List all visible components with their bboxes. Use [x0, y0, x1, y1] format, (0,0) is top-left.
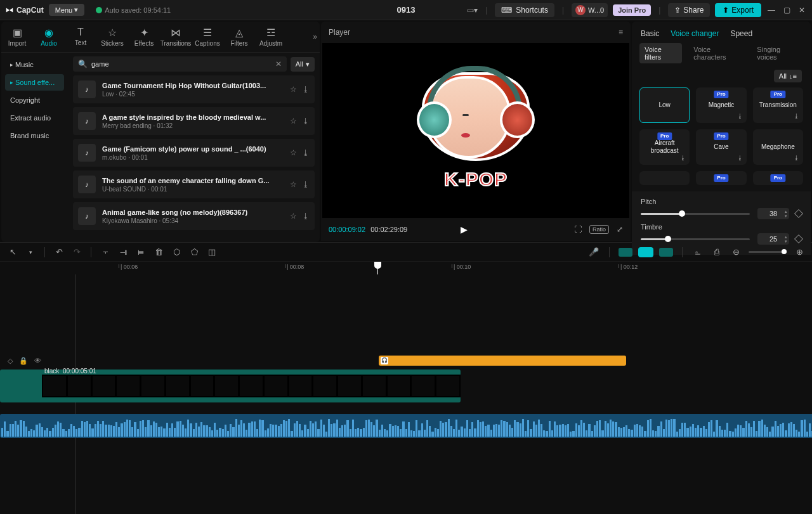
tab-transitions[interactable]: ⋈Transitions	[160, 24, 192, 49]
pitch-slider[interactable]	[641, 213, 750, 215]
tab-filters[interactable]: ◬Filters	[223, 24, 255, 49]
timeline-ruler[interactable]: | 00:06 | 00:08 | 00:10 | 00:12	[0, 262, 812, 274]
sidebar-item-music[interactable]: ▸Music	[5, 56, 64, 73]
audio-result-item[interactable]: ♪ The sound of an enemy character fallin…	[73, 170, 315, 198]
download-icon[interactable]: ⭳	[737, 155, 743, 162]
audio-result-item[interactable]: ♪ Game Tournament Hip Hop Without Guitar…	[73, 75, 315, 103]
zoom-in-icon[interactable]: ⊕	[793, 247, 806, 257]
favorite-icon[interactable]: ☆	[290, 85, 297, 94]
tab-basic[interactable]: Basic	[641, 29, 659, 38]
track-magnet-2[interactable]	[639, 248, 653, 257]
crop-icon[interactable]: ⛶	[574, 225, 582, 234]
track-magnet-3[interactable]	[659, 248, 673, 257]
download-icon[interactable]: ⭳	[302, 117, 310, 125]
download-icon[interactable]: ⭳	[737, 113, 743, 120]
split-left-tool[interactable]: ⫣	[117, 247, 129, 257]
menu-button[interactable]: Menu▾	[49, 4, 85, 16]
split-right-tool[interactable]: ⫢	[134, 247, 147, 257]
export-button[interactable]: ⬆Export	[715, 3, 761, 17]
tab-adjustments[interactable]: ☲Adjustm	[255, 24, 287, 49]
project-title[interactable]: 0913	[397, 5, 416, 15]
user-chip[interactable]: W W...0	[572, 3, 608, 17]
audio-result-item[interactable]: ♪ A game style inspired by the bloody me…	[73, 107, 315, 135]
search-input[interactable]	[91, 60, 272, 68]
sidebar-item-brand-music[interactable]: Brand music	[5, 127, 64, 144]
subtab-voice-filters[interactable]: Voice filters	[639, 43, 682, 63]
voice-filter-card[interactable]: Pro Aircraft broadcast ⭳	[639, 129, 690, 165]
voice-filter-card[interactable]: Pro Transmission ⭳	[753, 87, 803, 123]
voice-all-filter[interactable]: All↓≡	[774, 70, 802, 82]
eye-icon[interactable]: 👁	[34, 357, 41, 364]
favorite-icon[interactable]: ☆	[290, 180, 297, 189]
timeline-clip-sticker[interactable]: 🎧	[379, 356, 626, 366]
share-button[interactable]: ⇪Share	[668, 3, 710, 17]
redo-button[interactable]: ↷	[70, 247, 83, 257]
clear-icon[interactable]: ✕	[275, 60, 282, 68]
download-icon[interactable]: ⭳	[794, 113, 799, 120]
diamond-icon[interactable]: ◇	[8, 357, 13, 365]
voice-card-partial[interactable]: Pro	[696, 171, 746, 185]
aspect-display-icon[interactable]: ▭▾	[467, 6, 478, 15]
pointer-tool[interactable]: ↖	[6, 247, 19, 257]
minimize-button[interactable]: —	[766, 6, 776, 15]
shield-tool[interactable]: ⬠	[188, 247, 200, 257]
sidebar-item-extract-audio[interactable]: Extract audio	[5, 110, 64, 126]
search-box[interactable]: 🔍 ✕	[73, 56, 287, 72]
shortcuts-button[interactable]: ⌨ Shortcuts	[495, 3, 554, 17]
tab-speed[interactable]: Speed	[730, 29, 752, 38]
download-icon[interactable]: ⭳	[302, 148, 310, 157]
chevron-down-icon[interactable]: ▾	[24, 249, 37, 255]
playhead-handle[interactable]	[374, 262, 381, 269]
sidebar-item-copyright[interactable]: Copyright	[5, 92, 64, 108]
undo-button[interactable]: ↶	[53, 247, 65, 257]
download-icon[interactable]: ⭳	[794, 155, 799, 162]
player-stage[interactable]: K-POP	[322, 43, 629, 218]
tab-voice-changer[interactable]: Voice changer	[671, 29, 719, 38]
voice-card-partial[interactable]: Pro	[753, 171, 803, 185]
download-icon[interactable]: ⭳	[302, 212, 310, 221]
tab-import[interactable]: ▣Import	[1, 24, 33, 49]
timbre-slider[interactable]	[641, 238, 750, 240]
fullscreen-icon[interactable]: ⤢	[617, 225, 623, 234]
voice-filter-card[interactable]: Megaphone ⭳	[753, 129, 803, 165]
timbre-value[interactable]: 25▴▾	[757, 233, 789, 245]
preview-cut-icon[interactable]: ⎙	[710, 247, 723, 257]
mic-icon[interactable]: 🎤	[587, 247, 600, 257]
tab-text[interactable]: TText	[65, 24, 96, 49]
close-button[interactable]: ✕	[797, 6, 807, 15]
timeline-tracks[interactable]: ◇ 🔒 👁 🎧 ▣ 🔒 👁 🔇 ⋯ black 00:00:05:01 ◉ 🔒 …	[0, 274, 812, 514]
ratio-button[interactable]: Ratio	[589, 225, 609, 234]
timeline-clip-video[interactable]: black 00:00:05:01	[0, 369, 461, 402]
voice-card-partial[interactable]	[639, 171, 690, 185]
all-filter-button[interactable]: All▾	[291, 57, 315, 72]
crop-tool[interactable]: ◫	[206, 247, 218, 257]
tab-stickers[interactable]: ☆Stickers	[96, 24, 128, 49]
sidebar-item-sound-effects[interactable]: ▸Sound effe...	[5, 74, 64, 91]
audio-result-item[interactable]: ♪ Animal game-like song (no melody)(8963…	[73, 202, 315, 230]
tab-audio[interactable]: ◉Audio	[33, 24, 65, 49]
lock-icon[interactable]: 🔒	[19, 357, 28, 365]
voice-filter-card[interactable]: Pro Cave ⭳	[696, 129, 746, 165]
zoom-slider[interactable]	[749, 251, 787, 253]
marker-tool[interactable]: ⬡	[170, 247, 183, 257]
playhead[interactable]	[377, 262, 378, 274]
pitch-value[interactable]: 38▴▾	[757, 208, 789, 219]
tabs-more-icon[interactable]: »	[313, 32, 317, 41]
track-magnet-1[interactable]	[619, 248, 632, 257]
keyframe-icon[interactable]	[794, 235, 803, 243]
zoom-out-icon[interactable]: ⊖	[730, 247, 742, 257]
align-icon[interactable]: ⎁	[691, 247, 704, 257]
favorite-icon[interactable]: ☆	[290, 148, 297, 157]
split-tool[interactable]: ⫟	[99, 247, 112, 257]
delete-tool[interactable]: 🗑	[152, 247, 165, 257]
player-menu-icon[interactable]: ≡	[619, 28, 623, 37]
play-button[interactable]: ▶	[461, 224, 468, 235]
keyframe-icon[interactable]	[794, 209, 803, 218]
favorite-icon[interactable]: ☆	[290, 117, 297, 125]
tab-captions[interactable]: ☰Captions	[192, 24, 223, 49]
maximize-button[interactable]: ▢	[782, 6, 792, 15]
download-icon[interactable]: ⭳	[302, 180, 310, 189]
subtab-singing-voices[interactable]: Singing voices	[752, 43, 803, 63]
download-icon[interactable]: ⭳	[680, 155, 686, 162]
voice-filter-card[interactable]: Pro Magnetic ⭳	[696, 87, 746, 123]
